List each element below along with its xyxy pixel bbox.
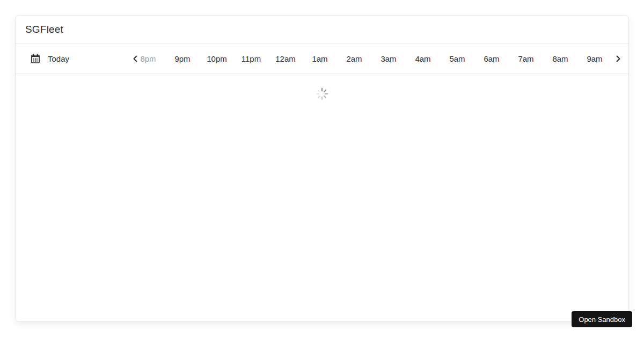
spinner-icon <box>316 87 328 100</box>
page-title: SGFleet <box>25 24 63 35</box>
time-label: 11pm <box>234 54 268 63</box>
time-label: 12am <box>268 54 303 63</box>
time-label: 6am <box>474 54 509 63</box>
card-header: SGFleet <box>16 16 628 43</box>
time-label: 8pm <box>131 54 165 63</box>
time-axis: 8pm9pm10pm11pm12am1am2am3am4am5am6am7am8… <box>131 43 612 74</box>
time-label: 5am <box>440 54 474 63</box>
open-sandbox-button[interactable]: Open Sandbox <box>572 311 632 327</box>
time-label: 7am <box>509 54 543 63</box>
time-label: 2am <box>337 54 371 63</box>
time-label: 4am <box>406 54 440 63</box>
calendar-icon[interactable] <box>31 54 40 63</box>
today-button[interactable]: Today <box>31 54 69 63</box>
chevron-right-icon <box>614 55 621 62</box>
time-label: 9am <box>577 54 612 63</box>
today-label: Today <box>48 54 69 63</box>
scheduler-card: SGFleet Today <box>15 15 629 322</box>
time-label: 3am <box>371 54 406 63</box>
time-label: 10pm <box>200 54 234 63</box>
timeline-next-button[interactable] <box>612 52 623 65</box>
timeline-content-loading <box>16 74 628 321</box>
time-label: 9pm <box>165 54 200 63</box>
time-label: 8am <box>543 54 577 63</box>
timeline-toolbar: Today 8pm9pm10pm11pm12am1am2am3am4am5am6… <box>16 43 628 74</box>
time-label: 1am <box>303 54 337 63</box>
